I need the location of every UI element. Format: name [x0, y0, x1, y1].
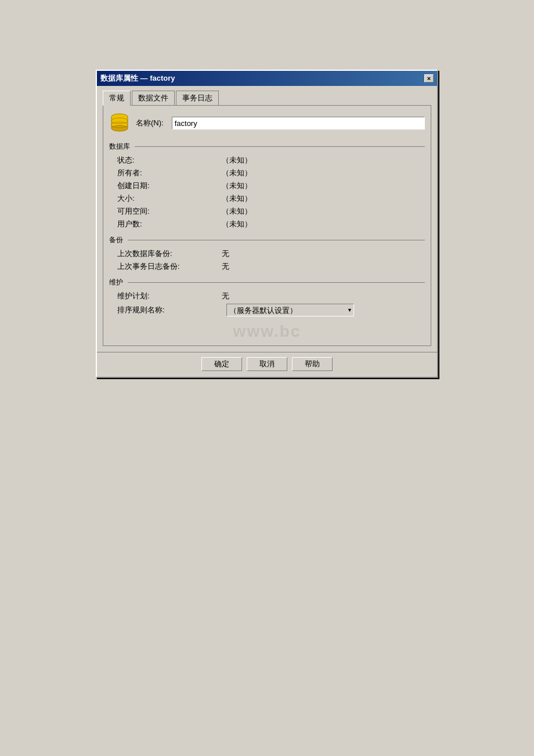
dialog-title: 数据库属性 — factory — [100, 73, 175, 84]
maintenance-section: 维护 维护计划: 无 排序规则名称: （服务器默认设置） — [109, 278, 425, 318]
value-space: （未知） — [222, 206, 252, 217]
sort-rule-select[interactable]: （服务器默认设置） — [226, 304, 354, 316]
watermark: www.bc — [109, 322, 425, 341]
button-row: 确定 取消 帮助 — [97, 352, 437, 377]
cancel-button[interactable]: 取消 — [247, 357, 287, 371]
info-row-last-log-backup: 上次事务日志备份: 无 — [109, 260, 425, 273]
tab-bar: 常规 数据文件 事务日志 — [103, 91, 431, 106]
tab-transaction-log[interactable]: 事务日志 — [176, 91, 219, 105]
maintenance-section-header: 维护 — [109, 278, 425, 287]
value-owner: （未知） — [222, 168, 252, 178]
label-owner: 所有者: — [117, 168, 222, 178]
info-row-maintenance-plan: 维护计划: 无 — [109, 290, 425, 303]
ok-button[interactable]: 确定 — [201, 357, 242, 371]
database-properties-dialog: 数据库属性 — factory × 常规 数据文件 事务日志 — [96, 70, 438, 378]
info-row-size: 大小: （未知） — [109, 192, 425, 205]
info-row-users: 用户数: （未知） — [109, 218, 425, 231]
title-bar: 数据库属性 — factory × — [97, 71, 437, 86]
info-row-space: 可用空间: （未知） — [109, 205, 425, 218]
info-row-status: 状态: （未知） — [109, 154, 425, 167]
tab-data-files[interactable]: 数据文件 — [132, 91, 175, 105]
info-row-created: 创建日期: （未知） — [109, 179, 425, 192]
sort-row: 排序规则名称: （服务器默认设置） — [109, 303, 425, 318]
value-created: （未知） — [222, 181, 252, 191]
label-last-db-backup: 上次数据库备份: — [117, 249, 222, 259]
tab-content-general: 名称(N): 数据库 状态: （未知） 所有者: （未知） 创建日期: （未知） — [103, 106, 431, 346]
value-status: （未知） — [222, 155, 252, 165]
backup-section-header: 备份 — [109, 235, 425, 245]
label-status: 状态: — [117, 155, 222, 165]
database-icon — [109, 113, 130, 134]
sort-select-wrapper: （服务器默认设置） — [226, 304, 354, 316]
info-row-owner: 所有者: （未知） — [109, 167, 425, 179]
tab-general[interactable]: 常规 — [103, 91, 131, 106]
value-last-log-backup: 无 — [222, 261, 229, 272]
name-row: 名称(N): — [109, 113, 425, 134]
label-maintenance-plan: 维护计划: — [117, 291, 222, 301]
label-sort-rule: 排序规则名称: — [117, 305, 222, 315]
value-size: （未知） — [222, 193, 252, 204]
label-last-log-backup: 上次事务日志备份: — [117, 261, 222, 272]
value-last-db-backup: 无 — [222, 249, 229, 259]
svg-point-2 — [111, 125, 128, 131]
database-section-header: 数据库 — [109, 142, 425, 152]
database-section: 数据库 状态: （未知） 所有者: （未知） 创建日期: （未知） 大小: （未… — [109, 142, 425, 231]
info-row-last-db-backup: 上次数据库备份: 无 — [109, 247, 425, 260]
label-created: 创建日期: — [117, 181, 222, 191]
dialog-body: 常规 数据文件 事务日志 — [97, 86, 437, 352]
label-space: 可用空间: — [117, 206, 222, 217]
help-button[interactable]: 帮助 — [292, 357, 333, 371]
label-size: 大小: — [117, 193, 222, 204]
label-users: 用户数: — [117, 219, 222, 229]
close-button[interactable]: × — [424, 74, 434, 82]
value-maintenance-plan: 无 — [222, 291, 229, 301]
value-users: （未知） — [222, 219, 252, 229]
name-label: 名称(N): — [136, 118, 164, 128]
backup-section: 备份 上次数据库备份: 无 上次事务日志备份: 无 — [109, 235, 425, 273]
name-input[interactable] — [172, 117, 425, 129]
